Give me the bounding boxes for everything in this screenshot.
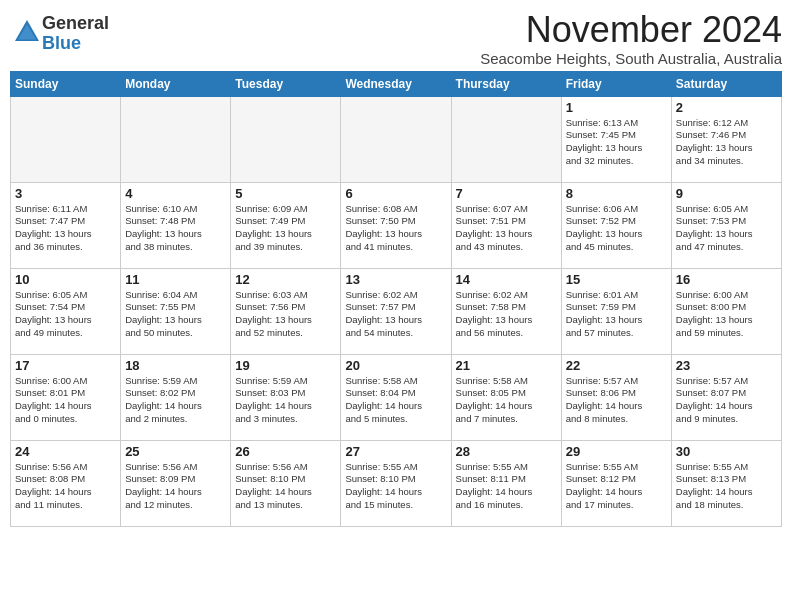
day-number: 28 [456,444,557,459]
day-info: Sunrise: 6:00 AM Sunset: 8:00 PM Dayligh… [676,289,777,340]
day-number: 8 [566,186,667,201]
day-number: 17 [15,358,116,373]
weekday-header-tuesday: Tuesday [231,71,341,96]
week-row-1: 1Sunrise: 6:13 AM Sunset: 7:45 PM Daylig… [11,96,782,182]
calendar-cell: 13Sunrise: 6:02 AM Sunset: 7:57 PM Dayli… [341,268,451,354]
calendar-cell: 6Sunrise: 6:08 AM Sunset: 7:50 PM Daylig… [341,182,451,268]
week-row-4: 17Sunrise: 6:00 AM Sunset: 8:01 PM Dayli… [11,354,782,440]
calendar-cell: 17Sunrise: 6:00 AM Sunset: 8:01 PM Dayli… [11,354,121,440]
day-number: 27 [345,444,446,459]
logo: General Blue [10,14,109,54]
day-number: 11 [125,272,226,287]
day-number: 2 [676,100,777,115]
day-info: Sunrise: 6:09 AM Sunset: 7:49 PM Dayligh… [235,203,336,254]
weekday-header-monday: Monday [121,71,231,96]
day-info: Sunrise: 6:13 AM Sunset: 7:45 PM Dayligh… [566,117,667,168]
day-number: 29 [566,444,667,459]
weekday-header-friday: Friday [561,71,671,96]
day-number: 5 [235,186,336,201]
day-number: 13 [345,272,446,287]
calendar-table: SundayMondayTuesdayWednesdayThursdayFrid… [10,71,782,527]
day-number: 18 [125,358,226,373]
day-info: Sunrise: 5:59 AM Sunset: 8:02 PM Dayligh… [125,375,226,426]
calendar-cell: 18Sunrise: 5:59 AM Sunset: 8:02 PM Dayli… [121,354,231,440]
calendar-cell: 16Sunrise: 6:00 AM Sunset: 8:00 PM Dayli… [671,268,781,354]
day-info: Sunrise: 6:01 AM Sunset: 7:59 PM Dayligh… [566,289,667,340]
calendar-cell [231,96,341,182]
day-number: 4 [125,186,226,201]
day-number: 3 [15,186,116,201]
day-info: Sunrise: 6:02 AM Sunset: 7:58 PM Dayligh… [456,289,557,340]
day-info: Sunrise: 5:56 AM Sunset: 8:08 PM Dayligh… [15,461,116,512]
day-number: 16 [676,272,777,287]
day-info: Sunrise: 5:57 AM Sunset: 8:06 PM Dayligh… [566,375,667,426]
day-number: 6 [345,186,446,201]
calendar-cell: 19Sunrise: 5:59 AM Sunset: 8:03 PM Dayli… [231,354,341,440]
calendar-cell: 28Sunrise: 5:55 AM Sunset: 8:11 PM Dayli… [451,440,561,526]
calendar-cell: 4Sunrise: 6:10 AM Sunset: 7:48 PM Daylig… [121,182,231,268]
calendar-cell [341,96,451,182]
calendar-cell: 22Sunrise: 5:57 AM Sunset: 8:06 PM Dayli… [561,354,671,440]
day-info: Sunrise: 5:58 AM Sunset: 8:04 PM Dayligh… [345,375,446,426]
logo-blue-text: Blue [42,33,81,53]
calendar-cell: 11Sunrise: 6:04 AM Sunset: 7:55 PM Dayli… [121,268,231,354]
day-info: Sunrise: 5:57 AM Sunset: 8:07 PM Dayligh… [676,375,777,426]
calendar-cell: 30Sunrise: 5:55 AM Sunset: 8:13 PM Dayli… [671,440,781,526]
calendar-cell: 15Sunrise: 6:01 AM Sunset: 7:59 PM Dayli… [561,268,671,354]
day-number: 19 [235,358,336,373]
calendar-cell: 20Sunrise: 5:58 AM Sunset: 8:04 PM Dayli… [341,354,451,440]
week-row-3: 10Sunrise: 6:05 AM Sunset: 7:54 PM Dayli… [11,268,782,354]
weekday-header-saturday: Saturday [671,71,781,96]
calendar-cell: 25Sunrise: 5:56 AM Sunset: 8:09 PM Dayli… [121,440,231,526]
logo-icon [12,17,42,47]
week-row-5: 24Sunrise: 5:56 AM Sunset: 8:08 PM Dayli… [11,440,782,526]
page-header: General Blue November 2024 Seacombe Heig… [10,10,782,67]
day-info: Sunrise: 5:56 AM Sunset: 8:10 PM Dayligh… [235,461,336,512]
day-info: Sunrise: 5:55 AM Sunset: 8:13 PM Dayligh… [676,461,777,512]
day-info: Sunrise: 5:59 AM Sunset: 8:03 PM Dayligh… [235,375,336,426]
calendar-cell: 12Sunrise: 6:03 AM Sunset: 7:56 PM Dayli… [231,268,341,354]
day-info: Sunrise: 5:55 AM Sunset: 8:10 PM Dayligh… [345,461,446,512]
day-info: Sunrise: 6:08 AM Sunset: 7:50 PM Dayligh… [345,203,446,254]
calendar-cell: 2Sunrise: 6:12 AM Sunset: 7:46 PM Daylig… [671,96,781,182]
day-number: 21 [456,358,557,373]
calendar-cell: 1Sunrise: 6:13 AM Sunset: 7:45 PM Daylig… [561,96,671,182]
day-info: Sunrise: 5:56 AM Sunset: 8:09 PM Dayligh… [125,461,226,512]
day-number: 7 [456,186,557,201]
day-info: Sunrise: 5:58 AM Sunset: 8:05 PM Dayligh… [456,375,557,426]
calendar-cell: 24Sunrise: 5:56 AM Sunset: 8:08 PM Dayli… [11,440,121,526]
logo-general-text: General [42,13,109,33]
weekday-header-row: SundayMondayTuesdayWednesdayThursdayFrid… [11,71,782,96]
month-title: November 2024 [480,10,782,50]
calendar-cell: 14Sunrise: 6:02 AM Sunset: 7:58 PM Dayli… [451,268,561,354]
day-info: Sunrise: 6:11 AM Sunset: 7:47 PM Dayligh… [15,203,116,254]
calendar-cell: 23Sunrise: 5:57 AM Sunset: 8:07 PM Dayli… [671,354,781,440]
day-number: 25 [125,444,226,459]
calendar-cell: 8Sunrise: 6:06 AM Sunset: 7:52 PM Daylig… [561,182,671,268]
day-number: 9 [676,186,777,201]
day-number: 24 [15,444,116,459]
calendar-cell: 29Sunrise: 5:55 AM Sunset: 8:12 PM Dayli… [561,440,671,526]
day-info: Sunrise: 6:04 AM Sunset: 7:55 PM Dayligh… [125,289,226,340]
day-number: 14 [456,272,557,287]
location-text: Seacombe Heights, South Australia, Austr… [480,50,782,67]
title-block: November 2024 Seacombe Heights, South Au… [480,10,782,67]
day-number: 23 [676,358,777,373]
day-info: Sunrise: 6:02 AM Sunset: 7:57 PM Dayligh… [345,289,446,340]
calendar-cell [451,96,561,182]
calendar-cell: 7Sunrise: 6:07 AM Sunset: 7:51 PM Daylig… [451,182,561,268]
calendar-cell [11,96,121,182]
day-info: Sunrise: 6:10 AM Sunset: 7:48 PM Dayligh… [125,203,226,254]
day-number: 12 [235,272,336,287]
calendar-cell: 5Sunrise: 6:09 AM Sunset: 7:49 PM Daylig… [231,182,341,268]
calendar-cell: 10Sunrise: 6:05 AM Sunset: 7:54 PM Dayli… [11,268,121,354]
day-info: Sunrise: 6:03 AM Sunset: 7:56 PM Dayligh… [235,289,336,340]
day-info: Sunrise: 6:00 AM Sunset: 8:01 PM Dayligh… [15,375,116,426]
week-row-2: 3Sunrise: 6:11 AM Sunset: 7:47 PM Daylig… [11,182,782,268]
day-info: Sunrise: 6:05 AM Sunset: 7:54 PM Dayligh… [15,289,116,340]
day-info: Sunrise: 6:06 AM Sunset: 7:52 PM Dayligh… [566,203,667,254]
weekday-header-sunday: Sunday [11,71,121,96]
day-number: 20 [345,358,446,373]
day-info: Sunrise: 5:55 AM Sunset: 8:11 PM Dayligh… [456,461,557,512]
weekday-header-thursday: Thursday [451,71,561,96]
